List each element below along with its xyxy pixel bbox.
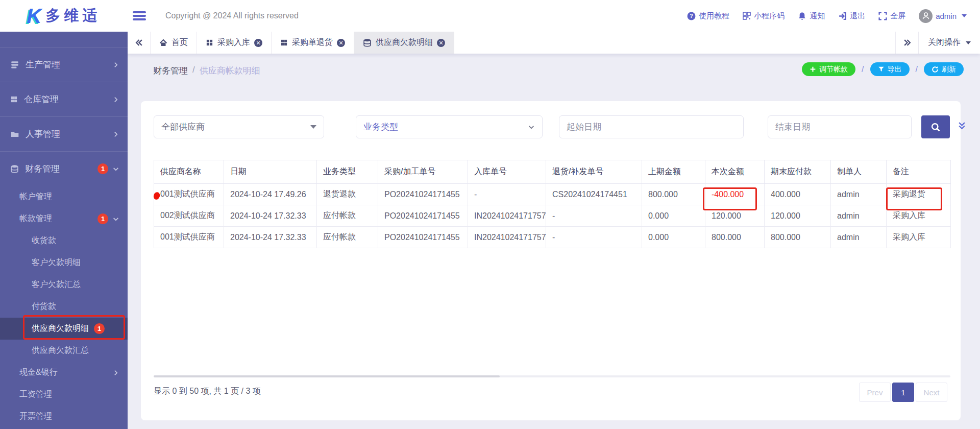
sidebar-item-label: 帐户管理	[19, 192, 52, 202]
action-adjust-account-button[interactable]: 调节帐款	[802, 62, 855, 76]
breadcrumb-current: 供应商帐款明细	[200, 65, 260, 77]
current-page-button[interactable]: 1	[892, 383, 914, 402]
header-link-label: 退出	[850, 11, 865, 21]
header-link-tutorial[interactable]: ?使用教程	[687, 11, 729, 21]
grid-icon	[280, 39, 288, 46]
pagination: Prev 1 Next	[859, 383, 947, 402]
biz-type-select-value: 业务类型	[363, 121, 398, 133]
sidebar-item-pay-goods[interactable]: 付货款	[0, 296, 128, 318]
horizontal-scrollbar[interactable]	[154, 375, 950, 377]
prev-page-button[interactable]: Prev	[859, 383, 891, 402]
cell-po-number: PO20241024171455	[378, 205, 468, 227]
column-header-date[interactable]: 日期	[224, 160, 317, 184]
cell-return-number: -	[546, 205, 642, 227]
tab-supplier-debt-detail[interactable]: 供应商欠款明细✕	[354, 32, 454, 54]
chevron-right-icon	[112, 131, 119, 138]
table-row[interactable]: 001测试供应商2024-10-24 17.49.26退货退款PO2024102…	[154, 184, 951, 205]
end-date-placeholder: 结束日期	[775, 121, 810, 133]
tabs-scroll-left-icon[interactable]	[128, 32, 151, 54]
search-icon	[930, 122, 941, 132]
header-link-logout[interactable]: 退出	[838, 11, 865, 21]
table-row[interactable]: 001测试供应商2024-10-24 17.32.33应付帐款PO2024102…	[154, 227, 951, 248]
db-icon	[363, 38, 372, 47]
sidebar-item-production-mgmt[interactable]: 生产管理	[0, 47, 128, 82]
page-actions: 调节帐款/导出/刷新	[802, 62, 964, 76]
close-icon[interactable]: ✕	[254, 39, 262, 47]
header-link-label: 使用教程	[699, 11, 729, 21]
sidebar-item-cash-bank[interactable]: 现金&银行	[0, 362, 128, 384]
column-header-remark[interactable]: 备注	[887, 160, 951, 184]
header-links: ?使用教程小程序码通知退出全屏admin	[687, 9, 980, 23]
column-header-biz-type[interactable]: 业务类型	[317, 160, 378, 184]
sidebar-item-customer-debt-detail[interactable]: 客户欠款明细	[0, 252, 128, 274]
accounts-table: 供应商名称日期业务类型采购/加工单号入库单号退货/补发单号上期金额本次金额期末应…	[154, 160, 951, 248]
column-header-supplier-name[interactable]: 供应商名称	[154, 160, 224, 184]
sidebar-item-supplier-debt-summary[interactable]: 供应商欠款汇总	[0, 340, 128, 362]
sidebar-item-label: 开票管理	[19, 411, 52, 422]
column-header-current-amount[interactable]: 本次金额	[705, 160, 765, 184]
action-export-button[interactable]: 导出	[870, 62, 910, 76]
funnel-icon	[878, 66, 885, 73]
breadcrumb-parent[interactable]: 财务管理	[153, 65, 188, 77]
top-header: K 多维适 Copyright @ 2024 All rights reserv…	[0, 0, 980, 32]
bell-icon	[798, 12, 806, 20]
expand-filters-icon[interactable]	[958, 122, 966, 130]
close-icon[interactable]: ✕	[437, 39, 445, 47]
cell-date: 2024-10-24 17.32.33	[224, 205, 317, 227]
action-separator: /	[862, 65, 864, 74]
person-icon	[921, 11, 930, 20]
sidebar-item-supplier-debt-detail[interactable]: 供应商欠款明细1	[0, 318, 128, 340]
biz-type-select[interactable]: 业务类型	[356, 115, 543, 138]
header-link-fullscreen[interactable]: 全屏	[878, 11, 905, 21]
tab-home[interactable]: 首页	[151, 32, 197, 54]
notification-badge: 1	[97, 213, 108, 224]
header-link-miniprogram[interactable]: 小程序码	[743, 11, 785, 21]
column-header-return-number[interactable]: 退货/补发单号	[546, 160, 642, 184]
tab-purchase-inbound[interactable]: 采购入库✕	[197, 32, 272, 54]
db-icon	[10, 164, 19, 173]
sidebar-item-hr-mgmt[interactable]: 人事管理	[0, 116, 128, 151]
cell-current-amount: 120.000	[705, 205, 765, 227]
supplier-select-value: 全部供应商	[161, 121, 205, 133]
start-date-input[interactable]: 起始日期	[559, 115, 744, 138]
tabs-scroll-right-icon[interactable]	[895, 32, 918, 54]
sidebar-item-payment-mgmt[interactable]: 帐款管理1	[0, 208, 128, 230]
tabbar-spacer	[454, 32, 895, 54]
cell-ending-payable: 120.000	[765, 205, 831, 227]
close-icon[interactable]: ✕	[337, 39, 345, 47]
sidebar-item-warehouse-mgmt[interactable]: 仓库管理	[0, 82, 128, 116]
search-button[interactable]	[921, 115, 950, 138]
supplier-select[interactable]: 全部供应商	[154, 115, 324, 138]
scrollbar-thumb[interactable]	[154, 375, 500, 377]
action-label: 导出	[888, 65, 902, 74]
app-logo[interactable]: K 多维适	[0, 0, 128, 32]
sidebar-item-finance-mgmt[interactable]: 财务管理1	[0, 151, 128, 186]
tab-purchase-return[interactable]: 采购单退货✕	[272, 32, 354, 54]
column-header-po-number[interactable]: 采购/加工单号	[378, 160, 468, 184]
action-refresh-button[interactable]: 刷新	[924, 62, 964, 76]
column-header-ending-payable[interactable]: 期末应付款	[765, 160, 831, 184]
menu-toggle-icon[interactable]	[133, 11, 146, 20]
sidebar-item-salary-mgmt[interactable]: 工资管理	[0, 384, 128, 406]
column-header-prev-amount[interactable]: 上期金额	[642, 160, 705, 184]
cell-biz-type: 退货退款	[317, 184, 378, 205]
end-date-input[interactable]: 结束日期	[768, 115, 912, 138]
breadcrumb-separator: /	[192, 65, 195, 77]
sidebar-item-account-mgmt[interactable]: 帐户管理	[0, 186, 128, 208]
sidebar-item-receive-payment[interactable]: 收货款	[0, 230, 128, 252]
sidebar-item-customer-debt-summary[interactable]: 客户欠款汇总	[0, 274, 128, 296]
cell-ending-payable: 400.000	[765, 184, 831, 205]
column-header-inbound-number[interactable]: 入库单号	[468, 160, 546, 184]
next-page-button[interactable]: Next	[916, 383, 947, 402]
table-row[interactable]: 002测试供应商2024-10-24 17.32.33应付帐款PO2024102…	[154, 205, 951, 227]
close-operations-dropdown[interactable]: 关闭操作	[918, 32, 980, 54]
folder-icon	[10, 130, 19, 139]
home-icon	[159, 39, 167, 47]
column-header-creator[interactable]: 制单人	[831, 160, 887, 184]
sidebar-item-invoice-mgmt[interactable]: 开票管理	[0, 406, 128, 427]
header-link-label: 通知	[810, 11, 825, 21]
cell-po-number: PO20241024171455	[378, 184, 468, 205]
header-link-notify[interactable]: 通知	[798, 11, 825, 21]
user-menu[interactable]: admin	[919, 9, 967, 23]
grid-icon	[10, 96, 18, 103]
